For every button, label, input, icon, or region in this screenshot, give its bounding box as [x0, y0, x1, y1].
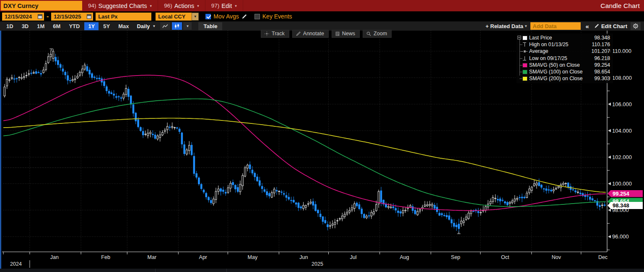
annotate-button[interactable]: Annotate — [292, 30, 329, 38]
svg-text:Aug: Aug — [400, 254, 409, 260]
collapse-panel-button[interactable]: « — [584, 23, 591, 30]
chart-tools-toolbar: Track Annotate News Zoom — [261, 30, 392, 38]
svg-text:96.000: 96.000 — [612, 233, 629, 240]
svg-text:106.000: 106.000 — [612, 101, 632, 107]
table-button[interactable]: Table — [198, 22, 222, 30]
smavg50-swatch — [522, 63, 527, 68]
legend-label: Average — [529, 48, 548, 54]
settings-bar: 12/15/2024 - 12/15/2025 Last Px Local CC… — [0, 11, 644, 21]
legend-row-low[interactable]: Low on 09/17/25 96.218 — [517, 55, 613, 62]
chart-settings-gear-button[interactable] — [631, 22, 641, 30]
menu-actions[interactable]: 96) Actions — [158, 0, 205, 11]
low-marker-icon — [522, 56, 527, 60]
tab-range-1m[interactable]: 1M — [33, 22, 48, 30]
legend-value: 98.348 — [594, 35, 613, 41]
tab-range-3d[interactable]: 3D — [18, 22, 33, 30]
smavg-line — [3, 75, 606, 211]
zoom-button[interactable]: Zoom — [363, 30, 392, 38]
low-marker — [457, 232, 460, 234]
menu-edit[interactable]: 97) Edit — [205, 0, 243, 11]
smavg200-swatch — [522, 76, 527, 81]
svg-text:Jun: Jun — [299, 254, 308, 260]
candlestick-series — [4, 49, 605, 233]
legend-value: 99.303 — [594, 76, 613, 81]
gear-icon — [633, 23, 639, 29]
key-events-checkbox[interactable] — [254, 14, 260, 19]
ticker-field[interactable]: DXY Curncy — [1, 1, 82, 10]
legend-expander-icon[interactable] — [517, 36, 521, 39]
currency-field[interactable]: Local CCY — [156, 13, 192, 21]
svg-text:Oct: Oct — [501, 254, 509, 260]
menu-label: Actions — [174, 3, 195, 9]
candle-chart-type-button[interactable] — [172, 22, 182, 30]
svg-text:May: May — [248, 254, 258, 260]
zoom-label: Zoom — [374, 31, 387, 37]
edit-chart-button[interactable]: Edit Chart — [594, 23, 627, 29]
svg-text:2025: 2025 — [312, 261, 323, 267]
chart-type-caret-button[interactable]: ▼ — [183, 22, 192, 30]
mov-avgs-label: Mov Avgs — [213, 13, 239, 20]
track-label: Track — [272, 31, 285, 37]
legend-label: SMAVG (50) on Close — [529, 62, 580, 68]
svg-text:102.000: 102.000 — [612, 154, 632, 160]
date-from-input[interactable]: 12/15/2024 — [2, 13, 44, 21]
range-toolbar: 1D 3D 1M 6M YTD 1Y 5Y Max Daily ▼ Table … — [0, 21, 644, 31]
currency-dropdown-button[interactable]: ▼ — [192, 13, 199, 21]
legend-row-last-price[interactable]: Last Price 98.348 — [517, 34, 613, 41]
menu-label: Edit — [221, 3, 232, 9]
svg-text:Sep: Sep — [451, 254, 460, 260]
tab-range-1y[interactable]: 1Y — [84, 22, 99, 30]
tab-range-1d[interactable]: 1D — [3, 22, 17, 30]
tab-range-ytd[interactable]: YTD — [65, 22, 83, 30]
line-chart-type-button[interactable] — [160, 22, 170, 30]
legend-row-high[interactable]: High on 01/13/25 110.176 — [517, 41, 613, 48]
average-marker-icon — [522, 51, 527, 52]
period-dropdown[interactable]: Daily — [133, 22, 159, 30]
legend-label: High on 01/13/25 — [529, 42, 569, 47]
legend-label: Last Price — [529, 35, 552, 41]
menu-suggested-charts[interactable]: 94) Suggested Charts — [82, 0, 158, 11]
svg-text:Feb: Feb — [101, 254, 110, 260]
track-button[interactable]: Track — [261, 30, 289, 38]
menu-number: 96) — [164, 3, 172, 9]
add-data-input[interactable] — [530, 22, 581, 30]
edit-chart-label: Edit Chart — [601, 23, 627, 29]
news-label: News — [342, 31, 355, 37]
svg-text:108.000: 108.000 — [612, 75, 632, 81]
tab-range-6m[interactable]: 6M — [49, 22, 64, 30]
related-data-button[interactable]: + Related Data — [486, 23, 527, 29]
svg-text:Mar: Mar — [148, 254, 157, 260]
calendar-icon[interactable] — [87, 14, 91, 19]
menu-number: 94) — [88, 3, 96, 9]
annotate-pencil-icon — [296, 31, 301, 36]
price-tag: 99.254 — [608, 190, 643, 197]
tab-range-5y[interactable]: 5Y — [99, 22, 114, 30]
svg-text:104.000: 104.000 — [612, 128, 632, 134]
legend-row-smavg100[interactable]: SMAVG (100) on Close 98.654 — [517, 68, 613, 75]
menu-label: Suggested Charts — [99, 3, 147, 9]
date-to-input[interactable]: 12/15/2025 — [51, 13, 93, 21]
svg-text:Apr: Apr — [199, 254, 207, 260]
mov-avgs-checkbox[interactable] — [205, 14, 211, 19]
last-price-swatch — [522, 36, 527, 40]
window-left-border — [0, 11, 1, 269]
title-menu-bar: DXY Curncy 94) Suggested Charts 96) Acti… — [0, 0, 644, 11]
news-button[interactable]: News — [332, 30, 360, 38]
legend-row-smavg50[interactable]: SMAVG (50) on Close 99.254 — [517, 62, 613, 68]
legend-label: SMAVG (100) on Close — [529, 69, 583, 75]
key-events-label: Key Events — [262, 13, 292, 20]
legend-row-smavg200[interactable]: SMAVG (200) on Close 99.303 — [517, 75, 613, 82]
date-from-value: 12/15/2024 — [5, 13, 32, 20]
smavg100-swatch — [522, 70, 527, 74]
svg-text:Nov: Nov — [552, 254, 561, 260]
pencil-icon — [594, 24, 599, 29]
legend-row-average[interactable]: Average 101.207 — [517, 48, 613, 55]
edit-mov-avgs-pencil-icon[interactable] — [242, 14, 247, 19]
date-range-separator: - — [47, 13, 49, 20]
price-source-field[interactable]: Last Px — [96, 13, 151, 21]
menu-number: 97) — [211, 3, 220, 9]
legend-value: 99.254 — [594, 62, 613, 68]
calendar-icon[interactable] — [38, 14, 42, 19]
terminal-window: 110.000108.000106.000104.000102.000100.0… — [0, 0, 644, 272]
tab-range-max[interactable]: Max — [114, 22, 132, 30]
